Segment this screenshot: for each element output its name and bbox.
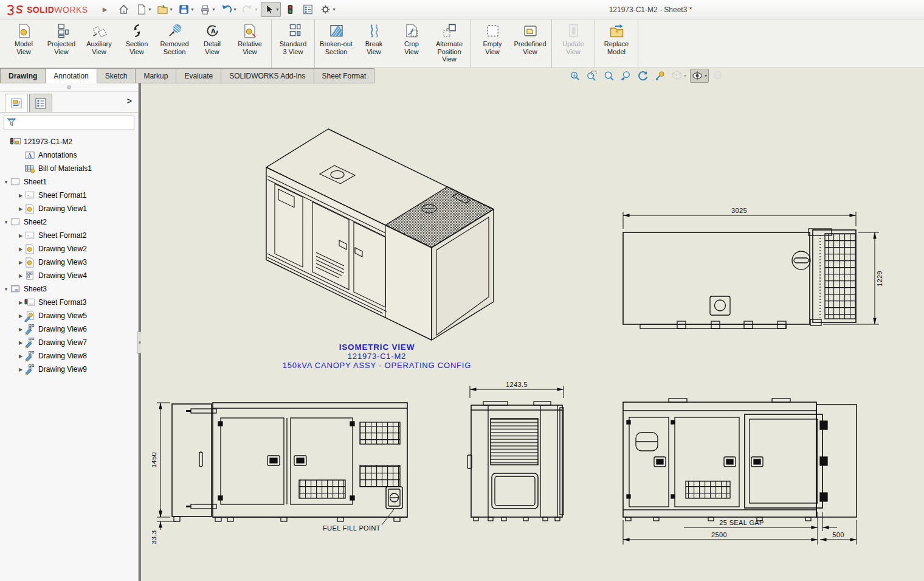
tree-item-121973-c1-m2[interactable]: 121973-C1-M2 [0,135,138,148]
undo-button[interactable]: ▾ [218,2,238,17]
tree-item-sheet2[interactable]: ▼Sheet2 [0,215,138,229]
previous-view-button[interactable] [618,69,633,83]
collapsed-arrow-icon[interactable]: ▶ [17,340,24,346]
dropdown-caret-icon[interactable]: ▾ [705,73,707,78]
removed-section-button[interactable]: Removed Section [156,22,193,55]
tree-item-drawing-view4[interactable]: ▶Drawing View4 [0,269,138,282]
top-drawing-view[interactable]: 3025 1229 [620,207,888,336]
rotate-view-button[interactable] [635,69,650,83]
collapsed-arrow-icon[interactable]: ▶ [17,313,24,319]
new-document-button[interactable]: ▾ [133,2,153,17]
collapsed-arrow-icon[interactable]: ▶ [17,246,24,252]
rear-drawing-view[interactable]: 25 SEAL GAP 2500 500 [617,392,878,552]
collapsed-arrow-icon[interactable]: ▶ [17,327,24,332]
collapsed-arrow-icon[interactable]: ▶ [17,273,24,279]
tree-item-sheet-format2[interactable]: ▶Sheet Format2 [0,229,138,242]
zoom-area-icon [586,70,598,82]
tree-item-drawing-view5[interactable]: ▶Drawing View5 [0,309,138,322]
selection-filter-button[interactable] [282,2,298,17]
dropdown-caret-icon[interactable]: ▾ [191,7,193,12]
home-button[interactable] [116,2,132,17]
tree-item-sheet-format1[interactable]: ▶Sheet Format1 [0,189,138,202]
tree-item-sheet1[interactable]: ▼Sheet1 [0,175,138,189]
tab-annotation[interactable]: Annotation [46,68,97,83]
collapsed-arrow-icon[interactable]: ▶ [17,353,24,359]
expanded-arrow-icon[interactable]: ▼ [2,220,10,225]
broken-out-section-button[interactable]: Broken-out Section [317,22,355,55]
print-button[interactable]: ▾ [197,2,217,17]
select-icon [263,4,275,15]
tab-solidworks-add-ins[interactable]: SOLIDWORKS Add-Ins [221,68,314,83]
crop-view-button[interactable]: Crop View [393,22,430,55]
view-3d-button[interactable] [652,69,667,83]
tree-item-drawing-view9[interactable]: ▶Drawing View9 [0,363,138,376]
tree-item-drawing-view2[interactable]: ▶Drawing View2 [0,242,138,256]
view-3d-icon [654,70,666,82]
hide-show-items-button[interactable]: ▾ [690,69,709,83]
projected-view-button[interactable]: Projected View [43,22,80,55]
menu-expand-arrow[interactable]: ▶ [103,6,108,13]
dropdown-caret-icon[interactable]: ▾ [212,7,215,12]
zoom-fit-button[interactable] [567,69,582,83]
tree-item-bill-of-materials1[interactable]: Bill of Materials1 [0,162,138,175]
empty-view-button[interactable]: Empty View [474,22,511,55]
options-button[interactable]: ▾ [317,2,337,17]
feature-manager-tab[interactable] [5,94,28,112]
section-view-button[interactable]: Section View [118,22,156,55]
drawing-canvas[interactable]: ISOMETRIC VIEW 121973-C1-M2 150kVA CANOP… [141,83,924,581]
tab-markup[interactable]: Markup [136,68,176,83]
tab-evaluate[interactable]: Evaluate [176,68,221,83]
auxiliary-view-button[interactable]: Auxiliary View [80,22,118,55]
predefined-view-button[interactable]: Predefined View [511,22,549,55]
break-view-button[interactable]: Break View [355,22,393,55]
collapsed-arrow-icon[interactable]: ▶ [17,233,24,238]
dropdown-caret-icon[interactable]: ▾ [233,7,236,12]
tree-item-sheet3[interactable]: ▼Sheet3 [0,282,138,296]
alternate-position-view-button[interactable]: Alternate Position View [430,22,468,63]
tree-item-drawing-view7[interactable]: ▶Drawing View7 [0,336,138,349]
standard-3-view-button[interactable]: Standard 3 View [274,22,312,55]
replace-model-button[interactable]: Replace Model [598,22,635,55]
collapsed-arrow-icon[interactable]: ▶ [17,367,24,372]
panel-splitter-dot[interactable] [0,83,138,92]
front-drawing-view[interactable]: 1450 33.3 FUEL FILL POINT [152,392,426,546]
tab-drawing[interactable]: Drawing [0,68,46,83]
select-button[interactable]: ▾ [261,2,281,17]
tree-item-annotations[interactable]: AAnnotations [0,148,138,162]
collapsed-arrow-icon[interactable]: ▶ [17,300,24,305]
panel-expand-chevron[interactable]: > [127,96,132,106]
brand-text: SOLIDWORKS [27,5,88,15]
side-drawing-view[interactable]: 1243.5 [465,378,578,534]
dropdown-caret-icon[interactable]: ▾ [148,7,151,12]
expanded-arrow-icon[interactable]: ▼ [2,179,10,185]
tree-filter-box[interactable] [4,116,134,130]
view-pencil-icon [24,364,36,375]
dropdown-caret-icon[interactable]: ▾ [170,7,172,12]
dropdown-caret-icon[interactable]: ▾ [684,73,686,78]
display-pane-tab[interactable] [29,94,52,112]
tab-sheet-format[interactable]: Sheet Format [314,68,375,83]
dropdown-caret-icon[interactable]: ▾ [255,7,257,12]
tree-item-drawing-view6[interactable]: ▶Drawing View6 [0,322,138,336]
tree-item-drawing-view3[interactable]: ▶Drawing View3 [0,256,138,269]
model-view-button[interactable]: Model View [5,22,43,55]
open-button[interactable]: ▾ [154,2,174,17]
zoom-area-button[interactable] [584,69,599,83]
zoom-icon [603,70,615,82]
save-button[interactable]: ▾ [176,2,196,17]
detail-view-button[interactable]: ADetail View [193,22,231,55]
collapsed-arrow-icon[interactable]: ▶ [17,193,24,198]
file-properties-button[interactable] [300,2,316,17]
tree-item-drawing-view8[interactable]: ▶Drawing View8 [0,349,138,363]
dropdown-caret-icon[interactable]: ▾ [276,7,278,12]
tree-item-drawing-view1[interactable]: ▶Drawing View1 [0,202,138,215]
expanded-arrow-icon[interactable]: ▼ [2,287,10,292]
tree-item-sheet-format3[interactable]: ▶Sheet Format3 [0,296,138,309]
isometric-drawing-view[interactable] [243,113,511,356]
tab-sketch[interactable]: Sketch [97,68,136,83]
collapsed-arrow-icon[interactable]: ▶ [17,260,24,265]
collapsed-arrow-icon[interactable]: ▶ [17,206,24,212]
relative-view-button[interactable]: Relative View [231,22,269,55]
dropdown-caret-icon[interactable]: ▾ [333,7,335,12]
zoom-button[interactable] [601,69,616,83]
